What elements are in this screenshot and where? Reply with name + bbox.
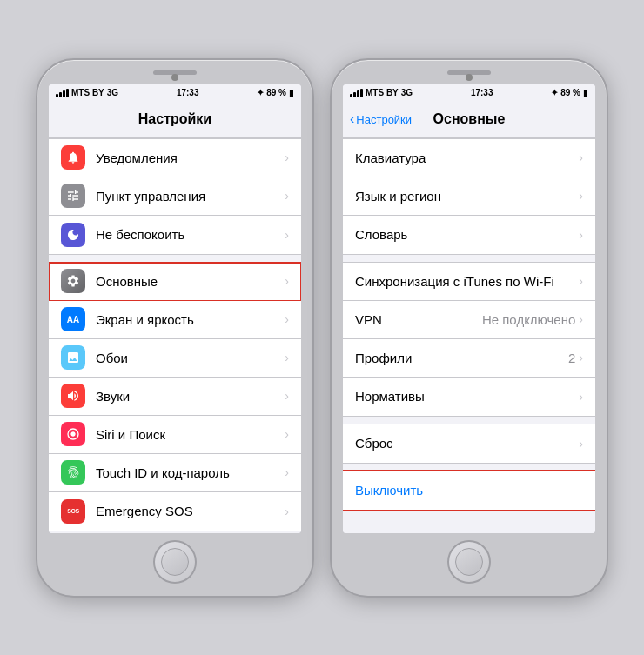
section-items-2-3: Сброс › (343, 424, 595, 464)
wallpaper-label: Обои (96, 351, 285, 365)
item-control-center[interactable]: Пункт управления › (49, 177, 301, 216)
settings-list-1[interactable]: Я◀ЛНІК Уведомления › Пунк (49, 138, 301, 533)
notifications-chevron: › (285, 150, 289, 164)
network-1: 3G (107, 88, 118, 97)
item-notifications[interactable]: Уведомления › (49, 139, 301, 177)
emergency-icon: SOS (61, 499, 85, 524)
item-dictionary[interactable]: Словарь › (343, 216, 595, 254)
status-bar-1: MTS BY 3G 17:33 ✦ 89 % ▮ (49, 84, 301, 102)
item-touchid[interactable]: Touch ID и код-пароль › (49, 454, 301, 492)
bar2 (59, 92, 62, 97)
bar4-2 (360, 89, 363, 97)
nav-bar-2: ‹ Настройки Основные (343, 102, 595, 138)
item-emergency[interactable]: SOS Emergency SOS › (49, 492, 301, 531)
battery-2: 89 % (560, 88, 580, 97)
control-center-chevron: › (285, 189, 289, 203)
spacer-2b (343, 417, 595, 424)
item-display[interactable]: AA Экран и яркость › (49, 301, 301, 339)
screen-2: MTS BY 3G 17:33 ✦ 89 % ▮ ‹ Настройки Осн… (343, 84, 595, 533)
carrier-1: MTS BY (71, 88, 104, 97)
section-2-4: Выключить (343, 471, 595, 511)
back-arrow-icon: ‹ (350, 111, 354, 127)
profiles-value: 2 (568, 351, 575, 365)
dnd-label: Не беспокоить (96, 227, 285, 242)
bar3 (63, 90, 65, 97)
siri-label: Siri и Поиск (96, 427, 285, 442)
general-chevron: › (285, 274, 289, 288)
spacer-2c (343, 464, 595, 471)
item-sounds[interactable]: Звуки › (49, 378, 301, 416)
dnd-icon (61, 223, 85, 247)
camera-dot-2 (466, 74, 473, 81)
bar1-2 (350, 94, 352, 97)
nav-bar-1: Настройки (49, 102, 301, 138)
item-siri[interactable]: Siri и Поиск › (49, 416, 301, 454)
network-2: 3G (401, 88, 413, 97)
settings-list-2[interactable]: Я◀ЛНІК Клавиатура › Язык и регион › Слов… (343, 138, 595, 533)
item-itunes[interactable]: Синхронизация с iTunes по Wi-Fi › (343, 263, 595, 301)
home-button-2[interactable] (447, 540, 491, 584)
section-2-2: Синхронизация с iTunes по Wi-Fi › VPN Не… (343, 262, 595, 417)
section-2-1: Клавиатура › Язык и регион › Словарь › (343, 138, 595, 255)
item-wallpaper[interactable]: Обои › (49, 339, 301, 378)
back-label: Настройки (356, 113, 412, 126)
bar2-2 (353, 92, 356, 97)
item-keyboard[interactable]: Клавиатура › (343, 139, 595, 177)
section-items-1-1: Уведомления › Пункт управления › (49, 138, 301, 255)
sounds-label: Звуки (96, 389, 285, 404)
spacer-1 (49, 255, 301, 262)
item-regulations[interactable]: Нормативы › (343, 378, 595, 416)
profiles-label: Профили (355, 351, 568, 365)
item-language[interactable]: Язык и регион › (343, 177, 595, 216)
signal-bars-2 (350, 89, 363, 97)
display-chevron: › (285, 312, 289, 326)
control-center-icon (61, 184, 85, 208)
emergency-chevron: › (285, 505, 289, 518)
section-1-1: Уведомления › Пункт управления › (49, 138, 301, 255)
section-items-2-4: Выключить (343, 471, 595, 511)
bar1 (56, 94, 58, 97)
regulations-label: Нормативы (355, 389, 579, 404)
camera-dot (171, 74, 178, 81)
keyboard-chevron: › (579, 150, 583, 164)
home-button-1[interactable] (153, 540, 197, 584)
touchid-label: Touch ID и код-пароль (96, 465, 285, 480)
vpn-chevron: › (579, 312, 583, 326)
touchid-icon (61, 460, 85, 485)
time-1: 17:33 (177, 88, 199, 97)
regulations-chevron: › (579, 390, 583, 404)
keyboard-label: Клавиатура (355, 150, 579, 165)
item-profiles[interactable]: Профили 2 › (343, 339, 595, 378)
section-items-2-1: Клавиатура › Язык и регион › Словарь › (343, 138, 595, 255)
wallpaper-icon (61, 345, 85, 370)
siri-chevron: › (285, 427, 289, 441)
home-button-inner-1 (161, 548, 189, 576)
language-chevron: › (579, 189, 583, 203)
item-shutdown[interactable]: Выключить (343, 471, 595, 510)
bluetooth-icon-2: ✦ (551, 88, 558, 97)
item-general[interactable]: Основные › (49, 263, 301, 301)
signal-bars (56, 89, 69, 97)
display-icon: AA (61, 307, 85, 331)
screen-title-2: Основные (433, 111, 506, 127)
bar3-2 (357, 90, 359, 97)
item-vpn[interactable]: VPN Не подключено › (343, 301, 595, 339)
section-items-2-2: Синхронизация с iTunes по Wi-Fi › VPN Не… (343, 262, 595, 417)
item-reset[interactable]: Сброс › (343, 424, 595, 463)
screen-1: MTS BY 3G 17:33 ✦ 89 % ▮ Настройки Я◀ЛНІ… (49, 84, 301, 533)
battery-icon-1: ▮ (289, 88, 294, 97)
reset-label: Сброс (355, 436, 579, 451)
status-left: MTS BY 3G (56, 88, 118, 97)
vpn-label: VPN (355, 312, 482, 327)
sounds-icon (61, 384, 85, 408)
back-button[interactable]: ‹ Настройки (350, 111, 412, 127)
language-label: Язык и регион (355, 189, 579, 204)
display-label: Экран и яркость (96, 312, 285, 327)
bluetooth-icon-1: ✦ (257, 88, 264, 97)
itunes-chevron: › (579, 274, 583, 288)
siri-icon (61, 422, 85, 446)
status-right-2: ✦ 89 % ▮ (551, 88, 588, 97)
dictionary-chevron: › (579, 228, 583, 242)
item-dnd[interactable]: Не беспокоить › (49, 216, 301, 254)
dictionary-label: Словарь (355, 227, 579, 242)
